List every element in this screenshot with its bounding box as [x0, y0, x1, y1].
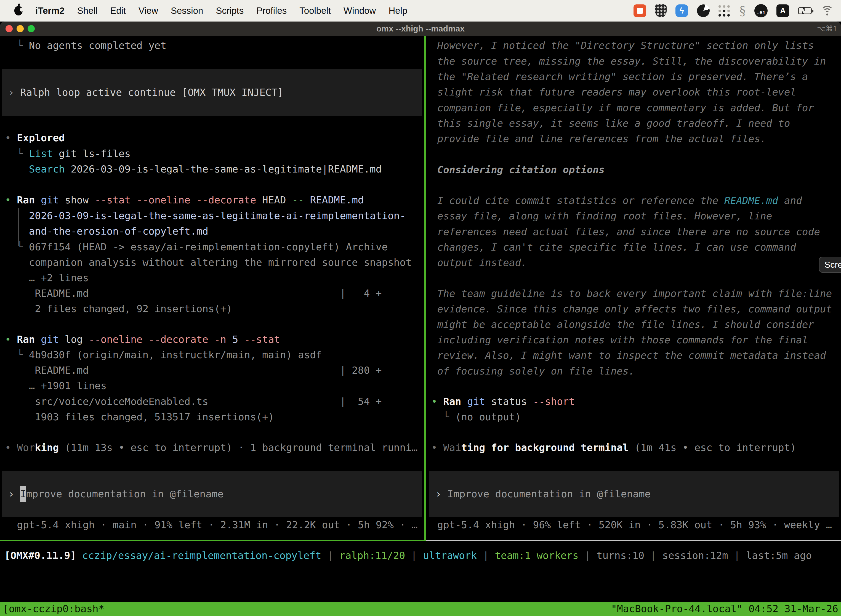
left-prompt-input[interactable]: › I mprove documentation in @filename: [2, 471, 422, 517]
terminal-line: the source tree, missing the essay. Stil…: [431, 54, 826, 69]
a-square-icon[interactable]: A: [777, 4, 789, 17]
omx-status-segment: ralph:11/20: [339, 550, 405, 561]
terminal-line: references need actual files, and since …: [431, 224, 820, 239]
wifi-icon[interactable]: [820, 6, 834, 16]
omx-status-segment: session:12m: [662, 550, 728, 561]
terminal-line: I could cite commit statistics or refere…: [431, 193, 802, 208]
terminal-line: • Waiting for background terminal (1m 41…: [431, 440, 796, 455]
terminal-line: this single essay, it seems like a good …: [431, 116, 790, 131]
screen-tooltip[interactable]: Scre: [819, 257, 841, 273]
omx-status-segment: ultrawork: [423, 550, 477, 561]
terminal-line: src/voice/voiceModeEnabled.ts | 54 +: [5, 394, 382, 409]
shield-icon[interactable]: [655, 4, 667, 18]
terminal-line: 2026-03-09-is-legal-the-same-as-legitima…: [5, 208, 406, 224]
terminal-line: review. Also, I might want to inspect th…: [431, 348, 826, 363]
menu-item-shell[interactable]: Shell: [77, 6, 97, 16]
messages-icon[interactable]: [633, 4, 646, 17]
terminal-line: └ 067f154 (HEAD -> essay/ai-reimplementa…: [5, 239, 388, 255]
right-input-text: Improve documentation in @filename: [447, 486, 651, 502]
terminal-line: including verification notes with those …: [431, 332, 808, 348]
pane-divider[interactable]: [424, 36, 426, 541]
terminal-line: • Ran git status --short: [431, 394, 575, 409]
menu-items: iTerm2ShellEditViewSessionScriptsProfile…: [35, 6, 407, 16]
left-pane-border: [0, 540, 426, 541]
terminal-line: 2 files changed, 92 insertions(+): [5, 301, 232, 317]
menu-item-iterm2[interactable]: iTerm2: [35, 6, 64, 16]
menu-item-profiles[interactable]: Profiles: [256, 6, 287, 16]
terminal-line: However, I noticed the "Directory Struct…: [431, 38, 814, 53]
omx-status-segment: turns:10: [596, 550, 644, 561]
text-cursor: I: [20, 486, 26, 502]
hook-icon[interactable]: §: [740, 4, 746, 18]
terminal-line: the "Related research writing" section i…: [431, 69, 808, 84]
terminal-line: Search 2026-03-09-is-legal-the-same-as-l…: [5, 161, 382, 177]
terminal-line: … +1901 lines: [5, 378, 107, 393]
tmux-status-bar: [omx-cczip0:bash* "MacBook-Pro-44.local"…: [0, 602, 841, 616]
right-prompt-input[interactable]: › Improve documentation in @filename: [429, 471, 840, 517]
terminal-line: • Working (11m 13s • esc to interrupt) ·…: [5, 440, 418, 455]
menu-item-toolbelt[interactable]: Toolbelt: [299, 6, 331, 16]
menu-item-scripts[interactable]: Scripts: [216, 6, 244, 16]
omx-status-segment: |: [477, 550, 495, 561]
terminal-line: and-the-erosion-of-copyleft.md: [5, 224, 208, 239]
omx-status-segment: last:5m ago: [746, 550, 812, 561]
terminal-line: … +2 lines: [5, 270, 89, 286]
battery-icon[interactable]: [798, 7, 812, 14]
terminal-line: might be acceptable alongside the file l…: [431, 317, 814, 332]
pie-chart-icon[interactable]: [697, 4, 710, 17]
terminal-line: 1903 files changed, 513517 insertions(+): [5, 409, 274, 425]
terminal-line: companion file, especially if more comme…: [431, 100, 814, 116]
ralph-loop-banner: › Ralph loop active continue [OMX_TMUX_I…: [2, 69, 422, 116]
omx-status-segment: |: [405, 550, 423, 561]
terminal-content: › Ralph loop active continue [OMX_TMUX_I…: [0, 36, 841, 602]
prompt-chevron-icon: ›: [8, 486, 20, 502]
window-title-bar: omx --xhigh --madmax ⌥⌘1: [0, 22, 841, 36]
terminal-line: • Explored: [5, 130, 65, 146]
omx-status-segment: |: [644, 550, 662, 561]
tmux-host-clock: "MacBook-Pro-44.local" 04:52 31-Mar-26: [611, 602, 838, 616]
terminal-line: Considering citation options: [431, 162, 605, 177]
menu-item-window[interactable]: Window: [343, 6, 376, 16]
terminal-line: └ (no output): [431, 409, 521, 425]
terminal-line: • Ran git show --stat --oneline --decora…: [5, 192, 364, 208]
terminal-line: └ 4b9d30f (origin/main, instructkr/main,…: [5, 347, 322, 363]
terminal-line: README.md | 4 +: [5, 286, 382, 301]
terminal-line: of focusing solely on file lines.: [431, 364, 634, 379]
terminal-line: companion analysis without altering the …: [5, 255, 412, 270]
dots-grid-icon[interactable]: [718, 5, 731, 17]
terminal-line: └ No agents completed yet: [5, 38, 166, 53]
terminal-line: └ List git ls-files: [5, 146, 130, 161]
terminal-line: essay file, along with finding root file…: [431, 208, 772, 224]
omx-status-segment: team:1 workers: [495, 550, 578, 561]
circle-61-icon[interactable]: ..61: [755, 4, 768, 18]
terminal-line: evidence. Since this change only affects…: [431, 301, 832, 317]
menu-item-view[interactable]: View: [139, 6, 158, 16]
terminal-line: The team guideline is to back every impo…: [431, 286, 832, 301]
window-title: omx --xhigh --madmax: [0, 22, 841, 36]
omx-status-segment: |: [728, 550, 746, 561]
terminal-line: provide file and line references from th…: [431, 131, 766, 147]
terminal-line: README.md | 280 +: [5, 363, 382, 378]
left-input-text: mprove documentation in @filename: [26, 486, 224, 502]
tmux-session-label[interactable]: [omx-cczip0:bash*: [3, 602, 104, 616]
omx-status-segment: |: [579, 550, 596, 561]
right-pane-border: [426, 540, 841, 541]
menu-item-session[interactable]: Session: [171, 6, 203, 16]
terminal-line: • Ran git log --oneline --decorate -n 5 …: [5, 332, 280, 347]
omx-status-line: [OMX#0.11.9] cczip/essay/ai-reimplementa…: [4, 548, 812, 563]
terminal-line: output instead.: [431, 255, 527, 270]
omx-status-segment: [OMX#0.11.9]: [4, 550, 82, 561]
menu-bar-status-icons: ϟ§..61A: [633, 4, 834, 18]
menu-item-edit[interactable]: Edit: [110, 6, 126, 16]
bolt-badge-icon[interactable]: ϟ: [675, 4, 688, 17]
apple-menu-icon[interactable]: [14, 6, 23, 15]
screen-tooltip-label: Scre: [825, 260, 841, 270]
omx-status-segment: |: [321, 550, 339, 561]
menu-item-help[interactable]: Help: [388, 6, 407, 16]
omx-status-segment: cczip/essay/ai-reimplementation-copyleft: [82, 550, 321, 561]
menu-bar: iTerm2ShellEditViewSessionScriptsProfile…: [0, 0, 841, 22]
terminal-line: gpt-5.4 xhigh · main · 91% left · 2.31M …: [5, 517, 418, 532]
prompt-chevron-icon: ›: [435, 486, 447, 502]
window-shortcut-badge: ⌥⌘1: [817, 22, 837, 36]
banner-text: Ralph loop active continue [OMX_TMUX_INJ…: [20, 85, 283, 100]
